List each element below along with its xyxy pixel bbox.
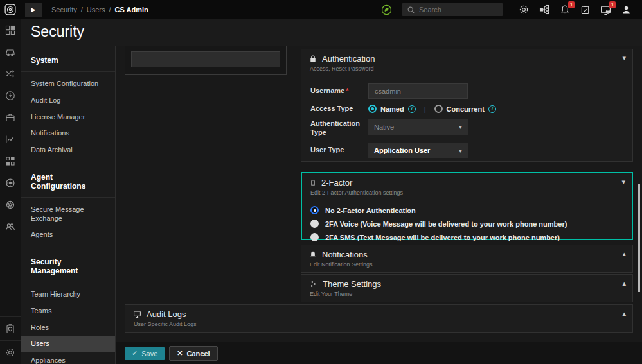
dropdown-caret-icon: ▾: [459, 147, 462, 154]
flash-icon[interactable]: [5, 91, 15, 101]
collapse-caret-icon[interactable]: ▴: [622, 250, 626, 258]
breadcrumb-security[interactable]: Security: [51, 6, 77, 13]
breadcrumb-current: CS Admin: [115, 6, 148, 13]
sidebar-item-secure-message-exchange[interactable]: Secure Message Exchange: [21, 202, 115, 227]
audit-logs-panel-title: Audit Logs: [147, 309, 186, 319]
authentication-type-value: Native: [374, 123, 394, 131]
theme-settings-panel-header[interactable]: Theme Settings Edit Your Theme ▴: [301, 275, 632, 301]
operations-wheel-icon[interactable]: [5, 200, 15, 210]
audit-clipboard-icon[interactable]: [5, 324, 15, 334]
breadcrumb: Security / Users / CS Admin: [51, 6, 148, 13]
two-factor-panel-subtitle: Edit 2-Factor Authentication settings: [310, 189, 624, 196]
sidebar-item-team-hierarchy[interactable]: Team Hierarchy: [21, 286, 115, 303]
collapse-caret-icon[interactable]: ▴: [622, 309, 626, 318]
authentication-panel: Authentication Access, Reset Password ▾ …: [301, 49, 633, 162]
sidebar-item-system-configuration[interactable]: System Configuration: [21, 76, 115, 92]
checklist-icon[interactable]: [580, 4, 591, 15]
dashboard-icon[interactable]: [5, 25, 15, 35]
sidebar: System System Configuration Audit Log Li…: [21, 46, 116, 364]
username-field[interactable]: [368, 83, 468, 99]
user-type-dropdown[interactable]: Application User ▾: [368, 143, 468, 158]
notifications-bell-icon[interactable]: 1: [559, 4, 570, 15]
search-input[interactable]: [419, 6, 498, 13]
two-factor-option-voice[interactable]: 2FA Voice (Voice Message will be deliver…: [310, 220, 623, 228]
access-concurrent-radio[interactable]: [434, 105, 443, 113]
close-icon: ✕: [177, 349, 183, 358]
device-tasks-icon[interactable]: 1: [600, 4, 611, 15]
play-icon: ▶: [31, 6, 36, 13]
sidebar-item-appliances[interactable]: Appliances: [21, 352, 115, 364]
scrolled-card-input[interactable]: [131, 51, 280, 67]
title-band: Security: [21, 19, 642, 46]
authentication-panel-subtitle: Access, Reset Password: [310, 65, 625, 72]
sidebar-item-audit-log[interactable]: Audit Log: [21, 92, 115, 109]
hub-icon[interactable]: [5, 178, 15, 188]
two-factor-panel-header[interactable]: 2-Factor Edit 2-Factor Authentication se…: [302, 173, 632, 200]
sidebar-section-system: System: [21, 46, 115, 71]
notifications-panel: Notifications Edit Notification Settings…: [301, 245, 633, 273]
breadcrumb-separator: /: [109, 6, 111, 13]
device-tasks-badge: 1: [609, 1, 616, 8]
authentication-type-dropdown[interactable]: Native ▾: [368, 119, 468, 135]
settings-gear-rail-icon[interactable]: [5, 347, 15, 358]
access-named-radio[interactable]: [368, 105, 377, 113]
briefcase-icon[interactable]: [5, 112, 15, 123]
two-factor-panel-title: 2-Factor: [321, 178, 352, 187]
cancel-button[interactable]: ✕ Cancel: [169, 346, 217, 361]
collapse-caret-icon[interactable]: ▾: [621, 178, 625, 186]
audit-logs-panel-subtitle: User Specific Audit Logs: [134, 321, 625, 327]
page-title: Security: [31, 23, 84, 40]
user-type-value: Application User: [374, 146, 430, 154]
users-group-icon[interactable]: [5, 221, 15, 232]
named-info-icon[interactable]: i: [408, 105, 416, 113]
theme-settings-panel: Theme Settings Edit Your Theme ▴: [301, 274, 633, 302]
sidebar-item-notifications[interactable]: Notifications: [21, 125, 115, 142]
audit-logs-panel-header[interactable]: Audit Logs User Specific Audit Logs ▴: [125, 305, 632, 331]
authentication-panel-header[interactable]: Authentication Access, Reset Password ▾: [301, 49, 632, 76]
search-box[interactable]: [402, 3, 503, 16]
phone-icon: [310, 178, 316, 187]
collapse-caret-icon[interactable]: ▾: [622, 54, 626, 62]
form-footer: ✓ Save ✕ Cancel: [116, 342, 642, 364]
sidebar-item-data-archival[interactable]: Data Archival: [21, 142, 115, 159]
apps-icon[interactable]: [5, 156, 15, 166]
icon-rail: [0, 19, 21, 364]
notifications-badge: 1: [568, 1, 575, 8]
sidebar-item-users[interactable]: Users: [21, 336, 115, 352]
sidebar-item-teams[interactable]: Teams: [21, 303, 115, 320]
status-green-icon[interactable]: [381, 4, 392, 15]
topbar: ▶ Security / Users / CS Admin: [0, 0, 642, 19]
sidebar-item-roles[interactable]: Roles: [21, 320, 115, 336]
shuffle-icon[interactable]: [5, 69, 15, 79]
sidebar-item-agents[interactable]: Agents: [21, 227, 115, 243]
vertical-scrollbar[interactable]: [638, 184, 640, 292]
sidebar-item-license-manager[interactable]: License Manager: [21, 109, 115, 126]
user-profile-icon[interactable]: [621, 4, 632, 15]
sliders-icon: [309, 280, 317, 288]
save-button[interactable]: ✓ Save: [125, 347, 165, 360]
audit-logs-panel: Audit Logs User Specific Audit Logs ▴: [125, 304, 633, 333]
rail-divider: [0, 316, 21, 317]
notifications-panel-title: Notifications: [322, 250, 368, 259]
fleet-icon[interactable]: [5, 47, 15, 57]
notifications-panel-header[interactable]: Notifications Edit Notification Settings…: [301, 245, 632, 272]
two-factor-sms-radio[interactable]: [310, 233, 319, 241]
two-factor-voice-radio[interactable]: [310, 220, 319, 228]
theme-settings-panel-title: Theme Settings: [323, 279, 381, 289]
concurrent-info-icon[interactable]: i: [488, 105, 496, 113]
required-asterisk: *: [346, 87, 348, 94]
settings-gear-icon[interactable]: [518, 4, 529, 15]
lock-icon: [309, 55, 317, 63]
authentication-panel-title: Authentication: [322, 54, 375, 64]
sitemap-icon[interactable]: [539, 4, 549, 15]
analytics-icon[interactable]: [5, 134, 15, 144]
app-logo-icon: [0, 0, 21, 19]
two-factor-panel: 2-Factor Edit 2-Factor Authentication se…: [301, 172, 633, 240]
collapse-caret-icon[interactable]: ▴: [622, 279, 626, 288]
breadcrumb-users[interactable]: Users: [87, 6, 105, 13]
access-concurrent-label: Concurrent: [447, 105, 485, 113]
two-factor-option-none[interactable]: No 2-Factor Authentication: [310, 206, 623, 214]
two-factor-option-sms[interactable]: 2FA SMS (Text Message will be delivered …: [310, 233, 623, 241]
sidebar-toggle-button[interactable]: ▶: [25, 3, 42, 17]
two-factor-none-radio[interactable]: [310, 206, 319, 214]
